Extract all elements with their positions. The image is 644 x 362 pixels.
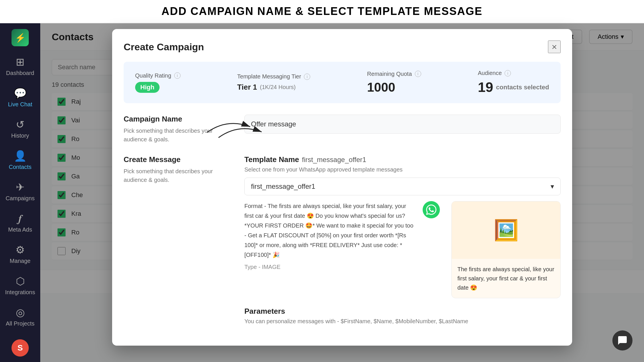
sidebar-label-contacts: Contacts — [9, 164, 32, 170]
sidebar-label-integrations: Integrations — [5, 289, 35, 296]
template-dropdown[interactable]: first_message_offer1 ▾ — [244, 178, 561, 195]
modal-quota-value: 1000 — [367, 80, 421, 95]
modal-info-bar: Quality Rating i High Template Messaging… — [124, 62, 561, 103]
all-projects-icon: ◎ — [16, 307, 25, 319]
message-preview-area: Format - The firsts are always special, … — [244, 201, 561, 298]
create-message-right: Template Name first_message_offer1 Selec… — [244, 155, 561, 325]
modal-audience: Audience i 19 contacts selected — [478, 70, 549, 95]
campaigns-icon: ✈ — [16, 181, 24, 193]
contacts-icon: 👤 — [14, 150, 27, 162]
image-placeholder-icon: 🖼️ — [494, 218, 519, 242]
modal-audience-label: Audience i — [478, 70, 549, 76]
create-message-left: Create Message Pick something that descr… — [124, 155, 233, 325]
modal-audience-info-icon[interactable]: i — [505, 70, 511, 76]
sidebar-item-contacts[interactable]: 👤 Contacts — [0, 146, 40, 174]
campaign-name-title: Campaign Name — [124, 115, 233, 124]
modal-close-button[interactable]: × — [548, 41, 561, 53]
sidebar-logo: ⚡ — [12, 29, 29, 46]
sidebar-item-manage[interactable]: ⚙ Manage — [0, 240, 40, 268]
user-avatar[interactable]: S — [12, 339, 29, 357]
modal-tier-label: Template Messaging Tier i — [237, 73, 310, 80]
create-message-title: Create Message — [124, 155, 233, 164]
template-desc: Select one from your WhatsApp approved t… — [244, 166, 561, 173]
template-name-display: first_message_offer1 — [302, 156, 366, 164]
dashboard-icon: ⊞ — [16, 56, 24, 68]
sidebar-item-all-projects[interactable]: ◎ All Projects — [0, 303, 40, 331]
modal-quota-label: Remaining Quota i — [367, 71, 421, 77]
whatsapp-icon-container — [423, 201, 443, 298]
float-chat-button[interactable] — [612, 330, 632, 351]
modal-tier-value: Tier 1 (1K/24 Hours) — [237, 83, 310, 92]
modal-quota-info-icon[interactable]: i — [415, 71, 421, 77]
modal-quality-rating: Quality Rating i High — [135, 72, 181, 93]
sidebar-label-livechat: Live Chat — [8, 101, 32, 108]
banner-text: ADD CAMPAIGN NAME & SELECT TEMPLATE MESS… — [162, 5, 483, 17]
modal-quality-badge: High — [135, 82, 160, 93]
modal-title: Create Campaign — [124, 41, 204, 53]
top-banner: ADD CAMPAIGN NAME & SELECT TEMPLATE MESS… — [0, 0, 644, 23]
meta-ads-icon: 𝒇 — [18, 213, 22, 225]
modal-tier-info-icon[interactable]: i — [304, 74, 310, 80]
create-message-desc: Pick something that describes your audie… — [124, 167, 233, 184]
sidebar-item-livechat[interactable]: 💬 Live Chat — [0, 83, 40, 112]
campaign-name-section: Campaign Name Pick something that descri… — [124, 115, 561, 144]
message-text-area: Format - The firsts are always special, … — [244, 201, 414, 298]
sidebar-label-manage: Manage — [10, 258, 30, 264]
modal-audience-value: 19 contacts selected — [478, 79, 549, 95]
sidebar-label-campaigns: Campaigns — [5, 195, 34, 202]
campaign-name-right — [244, 115, 561, 144]
sidebar-label-history: History — [11, 132, 29, 139]
sidebar-item-campaigns[interactable]: ✈ Campaigns — [0, 177, 40, 206]
modal-template-tier: Template Messaging Tier i Tier 1 (1K/24 … — [237, 73, 310, 92]
history-icon: ↺ — [16, 119, 24, 131]
template-title-row: Template Name first_message_offer1 — [244, 155, 561, 164]
sidebar-item-history[interactable]: ↺ History — [0, 115, 40, 143]
campaign-name-desc: Pick something that describes your audie… — [124, 126, 233, 144]
sidebar-label-dashboard: Dashboard — [6, 70, 34, 76]
app-container: ⚡ ⊞ Dashboard 💬 Live Chat ↺ History 👤 Co… — [0, 23, 644, 362]
modal-header: Create Campaign × — [124, 41, 561, 53]
chat-preview-text: The firsts are always special, like your… — [452, 259, 560, 298]
modal-quality-label: Quality Rating i — [135, 72, 181, 79]
chat-preview: 🖼️ The firsts are always special, like y… — [451, 201, 561, 298]
chat-preview-card: 🖼️ The firsts are always special, like y… — [451, 201, 561, 298]
message-format-text: Format - The firsts are always special, … — [244, 201, 414, 260]
parameters-title: Parameters — [244, 307, 561, 316]
manage-icon: ⚙ — [16, 244, 25, 256]
dropdown-chevron-icon: ▾ — [551, 182, 554, 190]
modal-quality-value: High — [135, 82, 181, 93]
sidebar-item-integrations[interactable]: ⬡ Integrations — [0, 271, 40, 300]
sidebar: ⚡ ⊞ Dashboard 💬 Live Chat ↺ History 👤 Co… — [0, 23, 40, 362]
template-label: Template Name — [244, 155, 299, 164]
whatsapp-icon — [423, 201, 440, 218]
integrations-icon: ⬡ — [16, 275, 25, 287]
campaign-name-left: Campaign Name Pick something that descri… — [124, 115, 233, 144]
template-selected-value: first_message_offer1 — [251, 182, 315, 190]
sidebar-label-all-projects: All Projects — [6, 320, 34, 327]
parameters-section: Parameters You can personalize messages … — [244, 307, 561, 325]
livechat-icon: 💬 — [14, 87, 27, 99]
message-type-label: Type - IMAGE — [244, 264, 414, 270]
chat-image-area: 🖼️ — [452, 201, 560, 259]
modal-remaining-quota: Remaining Quota i 1000 — [367, 71, 421, 95]
sidebar-item-dashboard[interactable]: ⊞ Dashboard — [0, 52, 40, 80]
sidebar-label-meta-ads: Meta Ads — [8, 226, 32, 233]
modal-overlay: Create Campaign × Quality Rating i High — [40, 23, 644, 362]
parameters-desc: You can personalize messages with - $Fir… — [244, 318, 561, 325]
campaign-name-input[interactable] — [244, 115, 561, 134]
create-message-section: Create Message Pick something that descr… — [124, 155, 561, 325]
modal-quality-info-icon[interactable]: i — [174, 72, 181, 79]
sidebar-item-meta-ads[interactable]: 𝒇 Meta Ads — [0, 209, 40, 237]
main-content: Contacts Quality Rating i High Template … — [40, 23, 644, 362]
create-campaign-modal: Create Campaign × Quality Rating i High — [112, 29, 572, 346]
